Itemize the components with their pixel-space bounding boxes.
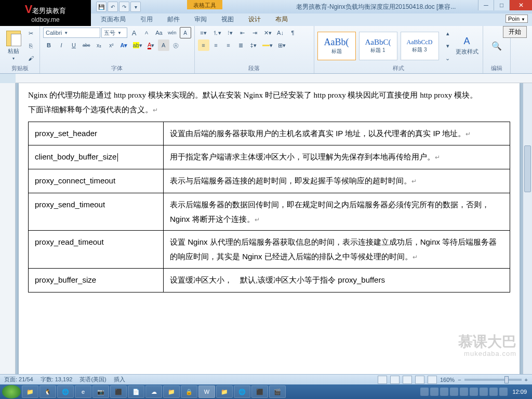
show-marks-icon[interactable]: ¶ (287, 27, 299, 38)
zoom-out-icon[interactable]: − (458, 377, 461, 383)
status-mode[interactable]: 插入 (114, 376, 125, 383)
sort-icon[interactable]: A↓ (275, 27, 286, 38)
tray-icon[interactable] (420, 388, 429, 396)
style-heading3[interactable]: AaBbCcD 标题 3 (401, 32, 439, 60)
view-fullscreen-icon[interactable] (390, 376, 400, 384)
change-styles-button[interactable]: A 更改样式 (455, 29, 480, 62)
borders-icon[interactable]: ⊞▾ (276, 39, 288, 51)
view-draft-icon[interactable] (428, 376, 437, 384)
italic-button[interactable]: I (56, 39, 67, 51)
char-border-icon[interactable]: A (180, 27, 191, 38)
align-center-icon[interactable]: ≡ (210, 39, 222, 51)
tray-icon[interactable] (460, 388, 468, 396)
highlight-color-icon[interactable]: ab▾ (131, 39, 144, 51)
style-more-icon[interactable]: ⌄ (442, 52, 454, 64)
start-button-popup[interactable]: 开始 (503, 26, 527, 38)
tray-icon[interactable] (430, 388, 438, 396)
style-scroll-down-icon[interactable]: ▾ (442, 40, 454, 51)
taskbar-item[interactable]: 📁 (163, 385, 180, 398)
qat-redo-icon[interactable]: ↷ (119, 2, 129, 12)
taskbar-item[interactable]: 🌐 (234, 385, 250, 398)
document-area[interactable]: Nginx 的代理功能是通过 http proxy 模块来实现的。默认在安装 N… (16, 83, 523, 374)
close-button[interactable]: ✕ (509, 0, 532, 10)
taskbar-item[interactable]: 🔒 (181, 385, 197, 398)
style-heading1[interactable]: AaBbC( 标题 1 (359, 32, 397, 60)
justify-icon[interactable]: ≣ (235, 39, 247, 51)
font-name-dropdown[interactable]: Calibri▼ (43, 28, 100, 38)
taskbar-item[interactable]: 📷 (92, 385, 109, 398)
tab-page-layout[interactable]: 页面布局 (94, 13, 133, 26)
tray-icon[interactable] (440, 388, 448, 396)
paste-button[interactable]: 粘贴▾ (3, 29, 24, 62)
status-page[interactable]: 页面: 21/54 (4, 376, 33, 383)
text-effects-icon[interactable]: A▾ (118, 39, 130, 51)
taskbar-item[interactable]: 📁 (216, 385, 233, 398)
tab-review[interactable]: 审阅 (187, 13, 214, 26)
underline-button[interactable]: U (68, 39, 79, 51)
font-selector-popup[interactable]: Poin ▼ (506, 15, 528, 23)
qat-save-icon[interactable]: 💾 (96, 2, 107, 12)
style-scroll-up-icon[interactable]: ▴ (442, 28, 454, 39)
increase-indent-icon[interactable]: ⇥ (249, 27, 261, 38)
maximize-button[interactable]: □ (494, 0, 509, 10)
minimize-button[interactable]: ─ (478, 0, 494, 10)
horizontal-ruler[interactable] (16, 74, 532, 83)
tray-icon[interactable] (470, 388, 478, 396)
taskbar-clock[interactable]: 12:09 (509, 389, 530, 395)
font-size-dropdown[interactable]: 五号▼ (101, 28, 127, 38)
tray-icon[interactable] (480, 388, 488, 396)
tray-icon[interactable] (489, 388, 498, 396)
format-painter-icon[interactable]: 🖌 (25, 52, 36, 64)
taskbar-item[interactable]: ☁ (145, 385, 162, 398)
view-web-icon[interactable] (403, 376, 412, 384)
taskbar-item[interactable]: 🌐 (57, 385, 74, 398)
taskbar-item[interactable]: 🐧 (39, 385, 56, 398)
line-spacing-icon[interactable]: ‡▾ (248, 39, 259, 51)
align-left-icon[interactable]: ≡ (198, 39, 209, 51)
multilevel-icon[interactable]: ⁝▾ (224, 27, 236, 38)
style-title[interactable]: AaBb( 标题 (317, 32, 356, 60)
decrease-indent-icon[interactable]: ⇤ (237, 27, 248, 38)
zoom-level[interactable]: 160% (440, 377, 455, 383)
scroll-thumb[interactable] (524, 145, 531, 192)
vertical-ruler[interactable] (0, 83, 16, 374)
subscript-button[interactable]: x₂ (94, 39, 105, 51)
bullets-icon[interactable]: ≡▾ (198, 27, 209, 38)
tab-mailings[interactable]: 邮件 (160, 13, 187, 26)
zoom-slider[interactable] (464, 379, 522, 381)
qat-more-icon[interactable]: ▾ (130, 2, 141, 12)
align-right-icon[interactable]: ≡ (223, 39, 234, 51)
shading-icon[interactable]: ▾ (260, 39, 275, 51)
cut-icon[interactable]: ✂ (25, 28, 36, 39)
grow-font-icon[interactable]: A (128, 27, 140, 38)
bold-button[interactable]: B (43, 39, 55, 51)
taskbar-item[interactable]: W (198, 385, 215, 398)
zoom-in-icon[interactable]: + (525, 377, 528, 383)
taskbar-item[interactable]: 📄 (128, 385, 144, 398)
char-shading-icon[interactable]: A (158, 39, 169, 51)
phonetic-icon[interactable]: wén (166, 27, 179, 38)
vertical-scrollbar[interactable] (523, 83, 532, 374)
status-words[interactable]: 字数: 13,192 (41, 376, 73, 383)
style-gallery[interactable]: AaBb( 标题 AaBbC( 标题 1 AaBbCcD 标题 3 (317, 32, 439, 60)
tab-view[interactable]: 视图 (214, 13, 241, 26)
start-button[interactable] (2, 385, 21, 398)
font-color-icon[interactable]: A▾ (145, 39, 157, 51)
taskbar-item[interactable]: e (75, 385, 91, 398)
status-language[interactable]: 英语(美国) (79, 376, 106, 383)
strike-button[interactable]: abc (81, 39, 92, 51)
taskbar-item[interactable]: 📁 (22, 385, 38, 398)
taskbar-item[interactable]: ⬛ (251, 385, 268, 398)
copy-icon[interactable]: ⎘ (25, 40, 36, 51)
superscript-button[interactable]: x² (106, 39, 117, 51)
taskbar-item[interactable]: ⬛ (110, 385, 127, 398)
qat-undo-icon[interactable]: ↶ (108, 2, 118, 12)
change-case-icon[interactable]: Aa (153, 27, 165, 38)
taskbar-item[interactable]: 🎬 (269, 385, 286, 398)
tray-icon[interactable] (450, 388, 458, 396)
tab-table-layout[interactable]: 布局 (268, 13, 295, 26)
asian-layout-icon[interactable]: ✕▾ (262, 27, 274, 38)
view-print-icon[interactable] (378, 376, 387, 384)
tab-references[interactable]: 引用 (133, 13, 160, 26)
shrink-font-icon[interactable]: A (141, 27, 152, 38)
